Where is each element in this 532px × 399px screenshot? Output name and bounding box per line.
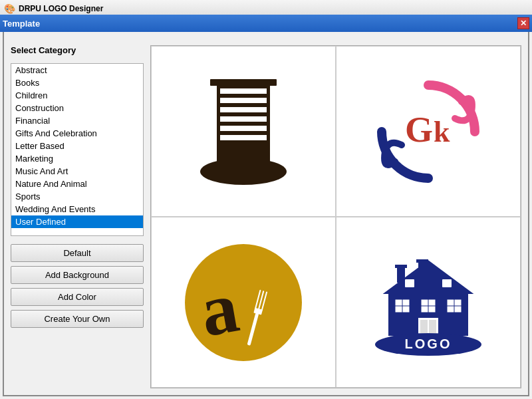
add-background-button[interactable]: Add Background (11, 266, 144, 284)
svg-rect-9 (217, 148, 270, 168)
category-item-children[interactable]: Children (11, 89, 143, 102)
category-item-music[interactable]: Music And Art (11, 165, 143, 178)
building-logo-svg (197, 68, 290, 195)
svg-rect-7 (210, 79, 277, 86)
category-item-wedding[interactable]: Wedding And Events (11, 203, 143, 215)
default-button[interactable]: Default (11, 244, 144, 262)
category-item-nature[interactable]: Nature And Animal (11, 178, 143, 190)
svg-rect-26 (416, 259, 428, 263)
category-item-gifts[interactable]: Gifts And Celebration (11, 127, 143, 140)
app-title: DRPU LOGO Designer (19, 4, 528, 13)
svg-rect-5 (220, 126, 267, 131)
svg-rect-39 (405, 279, 414, 287)
gk-logo-svg: G k (368, 72, 488, 192)
svg-rect-4 (220, 116, 267, 122)
logo-cell-house[interactable]: LOGO (336, 217, 521, 388)
svg-rect-40 (442, 279, 452, 287)
category-item-books[interactable]: Books (11, 76, 143, 89)
app-icon: 🎨 (4, 3, 15, 14)
logo-grid: G k a (150, 45, 521, 388)
svg-rect-37 (420, 320, 428, 333)
category-item-abstract[interactable]: Abstract (11, 64, 143, 76)
category-label: Select Category (11, 45, 144, 55)
svg-text:LOGO: LOGO (405, 336, 452, 351)
svg-rect-2 (220, 98, 267, 103)
category-item-marketing[interactable]: Marketing (11, 152, 143, 165)
svg-rect-23 (397, 266, 405, 283)
svg-marker-20 (382, 259, 475, 294)
svg-rect-6 (220, 135, 267, 140)
create-own-button[interactable]: Create Your Own (11, 310, 144, 328)
svg-rect-38 (429, 320, 436, 333)
dialog-title-bar: Template ✕ (0, 15, 532, 32)
svg-text:G: G (405, 110, 433, 150)
food-logo-svg: a (180, 239, 307, 366)
dialog-title-text: Template (3, 19, 40, 29)
category-item-financial[interactable]: Financial (11, 114, 143, 127)
dialog-close-button[interactable]: ✕ (517, 17, 529, 29)
logo-cell-building[interactable] (151, 46, 336, 217)
svg-rect-1 (220, 88, 267, 94)
svg-rect-24 (395, 265, 407, 268)
add-color-button[interactable]: Add Color (11, 288, 144, 306)
buttons-group: Default Add Background Add Color Create … (11, 244, 144, 328)
category-item-construction[interactable]: Construction (11, 102, 143, 114)
category-item-user-defined[interactable]: User Defined (11, 215, 143, 228)
svg-rect-3 (220, 107, 267, 112)
logo-cell-food[interactable]: a (151, 217, 336, 388)
svg-text:k: k (434, 116, 450, 148)
logo-cell-gk[interactable]: G k (336, 46, 521, 217)
house-logo-svg: LOGO (358, 246, 498, 359)
category-item-sports[interactable]: Sports (11, 190, 143, 203)
category-item-letter[interactable]: Letter Based (11, 140, 143, 152)
category-list[interactable]: Abstract Books Children Construction Fin… (11, 63, 144, 236)
left-panel: Select Category Abstract Books Children … (11, 45, 144, 388)
